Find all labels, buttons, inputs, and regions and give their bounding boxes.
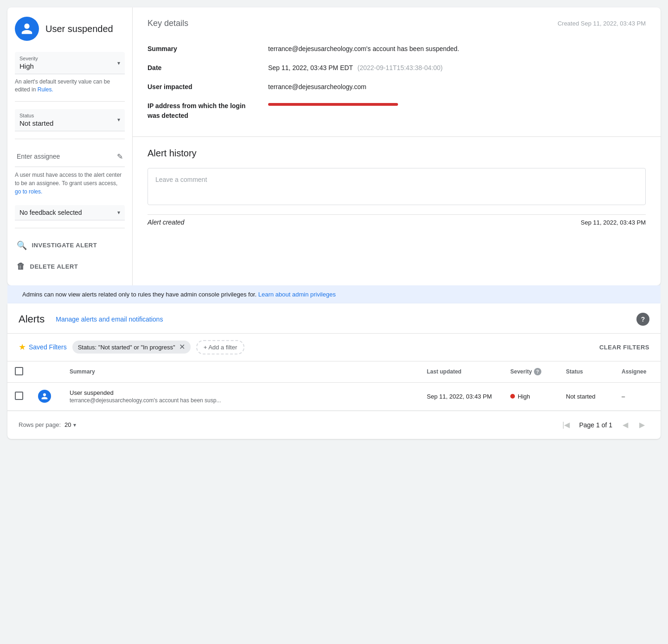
date-row: Date Sep 11, 2022, 03:43 PM EDT (2022-09…: [148, 58, 646, 77]
next-page-button[interactable]: ▶: [635, 418, 649, 432]
detail-table: Summary terrance@dejesusarcheology.com's…: [148, 39, 646, 125]
history-date: Sep 11, 2022, 03:43 PM: [581, 219, 646, 226]
avatar: [38, 390, 51, 403]
status-dropdown[interactable]: Status Not started ▾: [15, 109, 125, 131]
summary-row: Summary terrance@dejesusarcheology.com's…: [148, 39, 646, 58]
user-impacted-value: terrance@dejesusarcheology.com: [268, 82, 646, 92]
manage-alerts-link[interactable]: Manage alerts and email notifications: [56, 316, 163, 323]
status-filter-chip: Status: "Not started" or "In progress" ✕: [72, 341, 191, 354]
th-status: Status: [559, 361, 614, 383]
created-date: Created Sep 11, 2022, 03:43 PM: [558, 20, 646, 27]
history-label: Alert created: [148, 219, 184, 226]
saved-filters-button[interactable]: ★ Saved Filters: [19, 342, 67, 352]
row-icon-cell: [31, 382, 62, 410]
trash-icon: 🗑: [17, 262, 26, 271]
row-last-updated: Sep 11, 2022, 03:43 PM: [419, 382, 503, 410]
status-label: Status: [19, 113, 53, 118]
first-page-button[interactable]: |◀: [559, 418, 573, 432]
th-checkbox: [7, 361, 31, 383]
page-info: Page 1 of 1: [579, 421, 612, 429]
close-icon[interactable]: ✕: [179, 343, 185, 351]
th-severity: Severity ?: [503, 361, 559, 383]
select-all-checkbox[interactable]: [15, 367, 23, 375]
date-label: Date: [148, 63, 268, 73]
ip-row: IP address from which the login was dete…: [148, 97, 646, 125]
rules-link[interactable]: Rules.: [38, 86, 53, 93]
row-severity-value: High: [518, 393, 530, 400]
assignee-placeholder: Enter assignee: [17, 153, 60, 160]
rows-per-page-select[interactable]: 20 ▾: [64, 421, 76, 428]
prev-page-button[interactable]: ◀: [618, 418, 633, 432]
summary-value: terrance@dejesusarcheology.com's account…: [268, 44, 646, 54]
comment-input[interactable]: Leave a comment: [148, 168, 646, 205]
feedback-field[interactable]: No feedback selected ▾: [15, 205, 125, 220]
th-last-updated: Last updated: [419, 361, 503, 383]
status-field[interactable]: Status Not started ▾: [15, 109, 125, 131]
row-severity: High: [503, 382, 559, 410]
severity-value: High: [19, 62, 38, 70]
alerts-table: Summary Last updated Severity ? Status: [7, 361, 661, 411]
avatar: [15, 17, 39, 41]
row-summary-main: User suspended: [70, 389, 412, 396]
notification-bar: Admins can now view alerts related only …: [7, 285, 661, 303]
severity-dropdown[interactable]: Severity High ▾: [15, 52, 125, 74]
alerts-section-title: Alerts: [19, 313, 45, 325]
edit-icon[interactable]: ✎: [117, 152, 123, 161]
rows-per-page: Rows per page: 20 ▾: [19, 421, 76, 428]
pagination-bar: Rows per page: 20 ▾ |◀ Page 1 of 1 ◀ ▶: [7, 411, 661, 439]
page-title: User suspended: [45, 23, 113, 35]
severity-label: Severity: [19, 56, 38, 61]
search-icon: 🔍: [17, 240, 27, 251]
filter-bar: ★ Saved Filters Status: "Not started" or…: [7, 334, 661, 361]
admin-privileges-link[interactable]: Learn about admin privileges: [258, 291, 336, 298]
severity-dot-icon: [510, 394, 515, 399]
key-details-section: Key details Created Sep 11, 2022, 03:43 …: [133, 7, 661, 137]
alert-history-title: Alert history: [148, 148, 646, 159]
history-entry: Alert created Sep 11, 2022, 03:43 PM: [148, 214, 646, 230]
alert-history-section: Alert history Leave a comment Alert crea…: [133, 137, 661, 241]
row-checkbox-cell: [7, 382, 31, 410]
roles-link[interactable]: go to roles.: [15, 188, 42, 195]
severity-note: An alert's default severity value can be…: [15, 78, 125, 94]
chevron-down-icon: ▾: [117, 60, 120, 66]
table-row: User suspended terrance@dejesusarcheolog…: [7, 382, 661, 410]
alert-sidebar: User suspended Severity High ▾ An alert'…: [7, 7, 133, 285]
comment-placeholder: Leave a comment: [155, 176, 207, 183]
investigate-alert-button[interactable]: 🔍 INVESTIGATE ALERT: [15, 236, 125, 255]
severity-help-icon[interactable]: ?: [534, 368, 541, 375]
row-status: Not started: [559, 382, 614, 410]
th-icon: [31, 361, 62, 383]
alerts-table-body: User suspended terrance@dejesusarcheolog…: [7, 382, 661, 410]
delete-alert-button[interactable]: 🗑 DELETE ALERT: [15, 257, 125, 276]
th-summary: Summary: [62, 361, 419, 383]
clear-filters-button[interactable]: CLEAR FILTERS: [599, 344, 649, 351]
summary-label: Summary: [148, 44, 268, 54]
severity-field[interactable]: Severity High ▾ An alert's default sever…: [15, 52, 125, 94]
feedback-dropdown[interactable]: No feedback selected ▾: [15, 205, 125, 220]
redacted-indicator: [268, 103, 398, 106]
row-assignee: –: [614, 382, 661, 410]
user-header: User suspended: [15, 17, 125, 41]
feedback-value: No feedback selected: [19, 209, 82, 216]
ip-value: [268, 101, 646, 106]
user-impacted-row: User impacted terrance@dejesusarcheology…: [148, 77, 646, 97]
alert-detail-main: Key details Created Sep 11, 2022, 03:43 …: [133, 7, 661, 285]
alerts-header: Alerts Manage alerts and email notificat…: [7, 303, 661, 334]
chevron-down-icon: ▾: [117, 209, 120, 216]
pagination-controls: |◀ Page 1 of 1 ◀ ▶: [559, 418, 649, 432]
row-checkbox[interactable]: [15, 392, 23, 400]
user-impacted-label: User impacted: [148, 82, 268, 92]
add-filter-button[interactable]: + Add a filter: [196, 340, 245, 354]
status-value: Not started: [19, 119, 53, 127]
key-details-title: Key details: [148, 19, 188, 28]
row-summary-sub: terrance@dejesusarcheology.com's account…: [70, 397, 412, 404]
help-icon[interactable]: ?: [636, 313, 649, 326]
th-assignee: Assignee: [614, 361, 661, 383]
chevron-down-icon: ▾: [117, 116, 120, 123]
assignee-field[interactable]: Enter assignee ✎: [15, 147, 125, 167]
date-value: Sep 11, 2022, 03:43 PM EDT (2022-09-11T1…: [268, 63, 646, 73]
row-summary[interactable]: User suspended terrance@dejesusarcheolog…: [62, 382, 419, 410]
chevron-down-icon: ▾: [73, 422, 76, 428]
star-icon: ★: [19, 342, 26, 352]
ip-label: IP address from which the login was dete…: [148, 101, 268, 121]
